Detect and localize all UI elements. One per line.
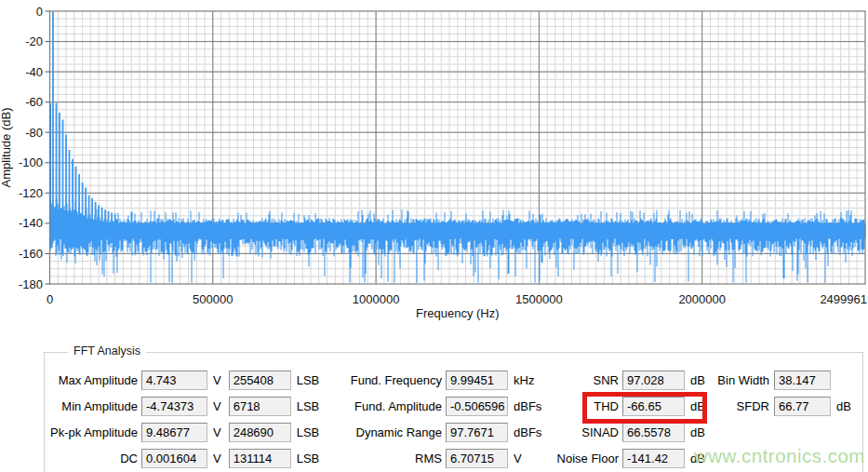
svg-text:-40: -40 xyxy=(25,65,43,79)
pkpk-amplitude-label: Pk-pk Amplitude xyxy=(35,425,138,439)
svg-text:1000000: 1000000 xyxy=(353,292,400,306)
dc-lsb-unit: LSB xyxy=(297,452,320,465)
sinad-field[interactable]: 66.5578 xyxy=(622,423,685,442)
pkpk-amplitude-lsb-field[interactable]: 248690 xyxy=(229,423,291,442)
svg-text:-100: -100 xyxy=(19,155,43,169)
max-amplitude-label: Max Amplitude xyxy=(35,373,138,387)
bin-width-field[interactable]: 38.147 xyxy=(774,371,831,390)
snr-label: SNR xyxy=(512,373,619,387)
sinad-label: SINAD xyxy=(512,425,619,439)
svg-text:-20: -20 xyxy=(25,34,43,48)
max-amplitude-v-unit: V xyxy=(213,373,221,387)
svg-text:500000: 500000 xyxy=(193,292,233,306)
max-amplitude-lsb-unit: LSB xyxy=(297,373,320,387)
svg-text:0: 0 xyxy=(47,292,53,306)
dynamic-range-field[interactable]: 97.7671 xyxy=(446,423,508,442)
pkpk-amplitude-v-field[interactable]: 9.48677 xyxy=(141,423,207,442)
fft-spectrum-plot: 0-20-40-60-80-100-120-140-160-1800500000… xyxy=(0,0,868,328)
rms-label: RMS xyxy=(335,452,442,465)
dc-row: DC 0.001604 V 131114 LSB xyxy=(35,445,319,471)
max-amplitude-lsb-field[interactable]: 255408 xyxy=(229,371,291,390)
min-amplitude-row: Min Amplitude -4.74373 V 6718 LSB xyxy=(35,393,319,419)
svg-text:1500000: 1500000 xyxy=(515,292,563,306)
dc-v-field[interactable]: 0.001604 xyxy=(141,449,207,468)
bin-width-row: Bin Width 38.147 xyxy=(709,367,851,393)
fund-frequency-row: Fund. Frequency 9.99451 kHz xyxy=(335,367,541,393)
thd-unit: dB xyxy=(690,399,705,413)
thd-label: THD xyxy=(512,399,619,413)
dc-lsb-field[interactable]: 131114 xyxy=(229,449,291,468)
pkpk-amplitude-lsb-unit: LSB xyxy=(297,425,320,439)
svg-text:-120: -120 xyxy=(19,186,43,200)
distortion-column: SNR 97.028 dB THD -66.65 dB SINAD 66.557… xyxy=(512,367,705,471)
sinad-unit: dB xyxy=(690,425,705,439)
min-amplitude-lsb-field[interactable]: 6718 xyxy=(229,397,291,416)
bin-width-label: Bin Width xyxy=(709,373,769,387)
sfdr-field[interactable]: 66.77 xyxy=(774,397,831,416)
max-amplitude-v-field[interactable]: 4.743 xyxy=(141,371,207,390)
rms-row: RMS 6.70715 V xyxy=(335,445,541,471)
sfdr-unit: dB xyxy=(836,399,851,413)
dynamic-range-label: Dynamic Range xyxy=(335,425,442,439)
svg-text:0: 0 xyxy=(36,5,43,19)
fund-frequency-label: Fund. Frequency xyxy=(335,373,442,387)
thd-field[interactable]: -66.65 xyxy=(622,397,685,416)
snr-row: SNR 97.028 dB xyxy=(512,367,705,393)
sfdr-label: SFDR xyxy=(709,399,769,413)
svg-text:-180: -180 xyxy=(19,277,43,291)
fundamental-column: Fund. Frequency 9.99451 kHz Fund. Amplit… xyxy=(335,367,541,471)
min-amplitude-v-unit: V xyxy=(213,399,221,413)
noise-floor-label: Noise Floor xyxy=(512,452,619,465)
noise-floor-unit: dB xyxy=(690,452,705,465)
x-axis-title: Frequency (Hz) xyxy=(416,306,500,320)
fft-analysis-title: FFT Analysis xyxy=(68,344,146,357)
y-axis-title: Amplitude (dB) xyxy=(0,108,13,188)
svg-text:-60: -60 xyxy=(25,95,43,109)
amplitude-column: Max Amplitude 4.743 V 255408 LSB Min Amp… xyxy=(35,367,319,471)
rms-field[interactable]: 6.70715 xyxy=(446,449,508,468)
snr-field[interactable]: 97.028 xyxy=(622,371,685,390)
fft-analyzer-window: { "chart_data": { "type": "line", "title… xyxy=(0,0,868,472)
dc-v-unit: V xyxy=(213,452,221,465)
y-axis-ticks: 0-20-40-60-80-100-120-140-160-180 xyxy=(19,5,50,291)
min-amplitude-lsb-unit: LSB xyxy=(297,399,320,413)
bandwidth-column: Bin Width 38.147 SFDR 66.77 dB xyxy=(709,367,851,419)
min-amplitude-v-field[interactable]: -4.74373 xyxy=(141,397,207,416)
svg-text:2499961: 2499961 xyxy=(820,292,867,306)
pkpk-amplitude-v-unit: V xyxy=(213,425,221,439)
fund-amplitude-field[interactable]: -0.506596 xyxy=(446,397,508,416)
svg-text:-160: -160 xyxy=(19,247,43,261)
snr-unit: dB xyxy=(690,373,705,387)
fund-amplitude-label: Fund. Amplitude xyxy=(335,399,442,413)
noise-floor-field[interactable]: -141.42 xyxy=(622,449,685,468)
thd-row: THD -66.65 dB xyxy=(512,393,705,419)
fund-frequency-field[interactable]: 9.99451 xyxy=(446,371,508,390)
pkpk-amplitude-row: Pk-pk Amplitude 9.48677 V 248690 LSB xyxy=(35,419,319,445)
svg-text:-140: -140 xyxy=(19,216,43,230)
noise-floor-row: Noise Floor -141.42 dB xyxy=(512,445,705,471)
svg-text:2000000: 2000000 xyxy=(678,292,726,306)
svg-text:-80: -80 xyxy=(25,126,43,140)
max-amplitude-row: Max Amplitude 4.743 V 255408 LSB xyxy=(35,367,319,393)
fund-amplitude-row: Fund. Amplitude -0.506596 dBFs xyxy=(335,393,541,419)
sfdr-row: SFDR 66.77 dB xyxy=(709,393,851,419)
x-axis-ticks: 05000001000000150000020000002499961 xyxy=(47,292,867,306)
sinad-row: SINAD 66.5578 dB xyxy=(512,419,705,445)
dc-label: DC xyxy=(35,452,138,465)
min-amplitude-label: Min Amplitude xyxy=(35,399,138,413)
dynamic-range-row: Dynamic Range 97.7671 dBFs xyxy=(335,419,541,445)
